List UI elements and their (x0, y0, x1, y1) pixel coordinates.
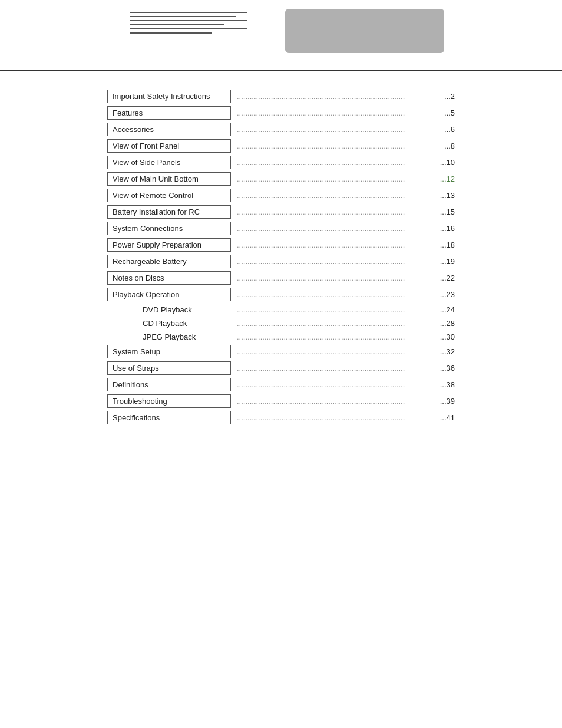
toc-dots: ........................................… (237, 331, 436, 344)
toc-row[interactable]: Rechargeable Battery....................… (107, 255, 455, 270)
toc-row[interactable]: DVD Playback............................… (107, 304, 455, 317)
toc-dots: ........................................… (237, 288, 436, 303)
toc-label-box[interactable]: Notes on Discs (107, 271, 231, 285)
toc-row[interactable]: Accessories.............................… (107, 123, 455, 138)
toc-page-number: ...18 (437, 238, 455, 253)
toc-page-number: ...30 (437, 331, 455, 344)
toc-dots: ........................................… (237, 139, 436, 154)
toc-row[interactable]: System Setup............................… (107, 345, 455, 360)
header-line-5 (130, 28, 247, 29)
toc-dots: ........................................… (237, 378, 436, 393)
toc-dots: ........................................… (237, 304, 436, 317)
toc-page-number: ...6 (437, 123, 455, 138)
toc-page-number: ...10 (437, 156, 455, 171)
toc-page-number: ...24 (437, 304, 455, 317)
toc-label-box[interactable]: System Connections (107, 222, 231, 235)
toc-dots: ........................................… (237, 255, 436, 270)
header-line-2 (130, 16, 236, 17)
toc-row[interactable]: Troubleshooting.........................… (107, 394, 455, 410)
toc-label-box[interactable]: View of Front Panel (107, 139, 231, 153)
toc-label-box[interactable]: Battery Installation for RC (107, 205, 231, 219)
toc-page-number: ...15 (437, 205, 455, 220)
toc-row[interactable]: Features................................… (107, 106, 455, 121)
toc-label-box[interactable]: Rechargeable Battery (107, 255, 231, 268)
toc-label-box[interactable]: Specifications (107, 411, 231, 424)
toc-row[interactable]: System Connections......................… (107, 222, 455, 237)
header-line-6 (130, 32, 212, 34)
toc-page-number: ...2 (437, 90, 455, 105)
toc-dots: ........................................… (237, 189, 436, 204)
toc-label-box[interactable]: Use of Straps (107, 361, 231, 375)
toc-row[interactable]: Important Safety Instructions...........… (107, 90, 455, 105)
toc-page-number: ...13 (437, 189, 455, 204)
toc-label-box[interactable]: Accessories (107, 123, 231, 136)
toc-page-number: ...32 (437, 345, 455, 360)
toc-content: Important Safety Instructions...........… (0, 71, 562, 451)
toc-row[interactable]: JPEG Playback...........................… (107, 331, 455, 344)
toc-page-number: ...41 (437, 411, 455, 426)
toc-dots: ........................................… (237, 106, 436, 121)
toc-dots: ........................................… (237, 318, 436, 330)
toc-page-number: ...8 (437, 139, 455, 154)
toc-row[interactable]: CD Playback.............................… (107, 318, 455, 330)
toc-page-number: ...19 (437, 255, 455, 270)
toc-label-box[interactable]: Definitions (107, 378, 231, 391)
toc-page-number: ...36 (437, 361, 455, 377)
toc-page-number: ...22 (437, 271, 455, 286)
toc-label-indent: JPEG Playback (107, 332, 231, 341)
toc-dots: ........................................… (237, 172, 436, 187)
toc-row[interactable]: Power Supply Preparation................… (107, 238, 455, 253)
toc-label-indent: CD Playback (107, 319, 231, 328)
toc-page-number: ...38 (437, 378, 455, 393)
toc-dots: ........................................… (237, 222, 436, 237)
toc-dots: ........................................… (237, 156, 436, 171)
header-line-4 (130, 24, 224, 25)
toc-label-box[interactable]: View of Main Unit Bottom (107, 172, 231, 186)
toc-label-box[interactable]: View of Remote Control (107, 189, 231, 202)
toc-label-box[interactable]: Playback Operation (107, 288, 231, 301)
toc-page-number: ...16 (437, 222, 455, 237)
toc-label-box[interactable]: Features (107, 106, 231, 120)
toc-label-box[interactable]: Troubleshooting (107, 394, 231, 408)
toc-dots: ........................................… (237, 271, 436, 286)
toc-label-box[interactable]: System Setup (107, 345, 231, 358)
toc-row[interactable]: Notes on Discs..........................… (107, 271, 455, 286)
toc-dots: ........................................… (237, 411, 436, 426)
toc-table: Important Safety Instructions...........… (106, 88, 456, 427)
toc-row[interactable]: View of Side Panels.....................… (107, 156, 455, 171)
toc-row[interactable]: Specifications..........................… (107, 411, 455, 426)
toc-page-number: ...5 (437, 106, 455, 121)
toc-dots: ........................................… (237, 123, 436, 138)
toc-row[interactable]: View of Front Panel.....................… (107, 139, 455, 154)
toc-label-indent: DVD Playback (107, 305, 231, 314)
toc-label-box[interactable]: View of Side Panels (107, 156, 231, 169)
toc-label-box[interactable]: Power Supply Preparation (107, 238, 231, 252)
header-line-3 (130, 20, 247, 21)
header-lines (130, 12, 247, 34)
toc-dots: ........................................… (237, 90, 436, 105)
toc-row[interactable]: Playback Operation......................… (107, 288, 455, 303)
header-line-1 (130, 12, 247, 13)
toc-dots: ........................................… (237, 238, 436, 253)
toc-page-number: ...12 (437, 172, 455, 187)
toc-dots: ........................................… (237, 345, 436, 360)
toc-dots: ........................................… (237, 361, 436, 377)
toc-row[interactable]: Battery Installation for RC.............… (107, 205, 455, 220)
toc-label-box[interactable]: Important Safety Instructions (107, 90, 231, 103)
toc-row[interactable]: View of Remote Control..................… (107, 189, 455, 204)
toc-page-number: ...39 (437, 394, 455, 410)
toc-row[interactable]: Use of Straps...........................… (107, 361, 455, 377)
header-gray-box (285, 9, 444, 53)
toc-dots: ........................................… (237, 394, 436, 410)
toc-page-number: ...28 (437, 318, 455, 330)
toc-row[interactable]: View of Main Unit Bottom................… (107, 172, 455, 187)
toc-page-number: ...23 (437, 288, 455, 303)
header (0, 0, 562, 71)
toc-dots: ........................................… (237, 205, 436, 220)
toc-row[interactable]: Definitions.............................… (107, 378, 455, 393)
